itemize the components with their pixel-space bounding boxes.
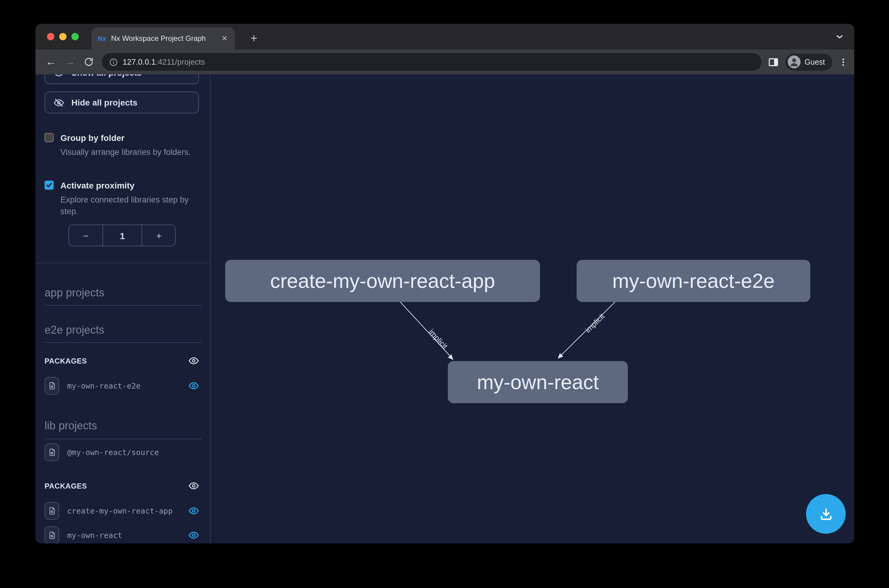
node-label: my-own-react-e2e — [612, 269, 775, 292]
graph-node-my-own-react-e2e[interactable]: my-own-react-e2e — [577, 260, 810, 302]
forward-button[interactable]: → — [60, 52, 79, 71]
tab-strip: Nx Nx Workspace Project Graph ✕ + — [35, 24, 854, 50]
url-text: 127.0.0.1:4211/projects — [123, 57, 205, 66]
project-details-icon[interactable] — [45, 377, 59, 394]
proximity-stepper: − 1 + — [68, 225, 176, 246]
browser-toolbar: ← → 127.0.0.1:4211/projects — [35, 50, 854, 74]
show-all-projects-label: Show all projects — [71, 74, 141, 78]
activate-proximity-label[interactable]: Activate proximity — [60, 179, 135, 192]
project-row-create-my-own-react-app[interactable]: create-my-own-react-app — [45, 502, 199, 520]
sidebar-divider — [35, 263, 210, 264]
activate-proximity-checkbox[interactable] — [45, 180, 54, 190]
e2e-projects-header: e2e projects — [45, 324, 202, 343]
proximity-value: 1 — [102, 225, 142, 246]
node-label: my-own-react — [477, 370, 599, 394]
packages-header-lib: PACKAGES — [45, 481, 199, 491]
close-window-button[interactable] — [47, 33, 54, 40]
proximity-increment-button[interactable]: + — [142, 225, 176, 246]
project-visibility-icon[interactable] — [189, 530, 199, 540]
tab-close-icon[interactable]: ✕ — [220, 33, 229, 43]
project-row-my-own-react-source[interactable]: @my-own-react/source — [45, 444, 199, 461]
edge-my-own-react-e2e-to-my-own-react: implicit — [558, 302, 615, 358]
group-by-folder-checkbox[interactable] — [45, 133, 54, 142]
project-details-icon[interactable] — [45, 444, 59, 461]
profile-label: Guest — [805, 58, 825, 66]
project-details-icon[interactable] — [45, 526, 59, 543]
lib-projects-header: lib projects — [45, 420, 202, 439]
download-icon — [818, 506, 834, 522]
minimize-window-button[interactable] — [59, 33, 66, 40]
project-row-my-own-react-e2e[interactable]: my-own-react-e2e — [45, 377, 199, 394]
project-name: my-own-react — [67, 531, 180, 540]
traffic-lights — [47, 33, 79, 40]
nx-graph-page: Show all projects Hide all projects Grou… — [35, 74, 854, 543]
toggle-all-visibility-icon[interactable] — [189, 356, 199, 366]
check-icon — [46, 182, 53, 189]
browser-window: Nx Nx Workspace Project Graph ✕ + ← → — [35, 24, 854, 543]
eye-icon — [54, 74, 64, 78]
info-icon[interactable] — [109, 58, 118, 66]
url-host: 127.0.0.1 — [123, 57, 156, 66]
tab-search-chevron-icon[interactable] — [835, 32, 844, 42]
graph-node-create-my-own-react-app[interactable]: create-my-own-react-app — [225, 260, 540, 302]
option-activate-proximity: Activate proximity Explore connected lib… — [45, 179, 197, 217]
show-all-projects-button[interactable]: Show all projects — [45, 74, 199, 84]
profile-button[interactable]: Guest — [785, 53, 832, 70]
hide-all-projects-label: Hide all projects — [71, 98, 137, 107]
screenshot-stage: Nx Nx Workspace Project Graph ✕ + ← → — [0, 0, 889, 588]
url-path: :4211/projects — [156, 57, 205, 66]
node-label: create-my-own-react-app — [270, 269, 495, 292]
project-name: @my-own-react/source — [67, 448, 199, 457]
project-row-my-own-react[interactable]: my-own-react — [45, 526, 199, 543]
tab-title: Nx Workspace Project Graph — [111, 34, 215, 43]
project-name: create-my-own-react-app — [67, 506, 180, 515]
url-bar[interactable]: 127.0.0.1:4211/projects — [102, 53, 761, 71]
eye-off-icon — [54, 97, 64, 108]
nx-favicon-icon: Nx — [98, 35, 106, 42]
hide-all-projects-button[interactable]: Hide all projects — [45, 92, 199, 114]
activate-proximity-description: Explore connected libraries step by step… — [60, 194, 197, 217]
browser-tab[interactable]: Nx Nx Workspace Project Graph ✕ — [92, 27, 235, 50]
app-projects-header: app projects — [45, 286, 202, 306]
maximize-window-button[interactable] — [71, 33, 79, 40]
sidebar: Show all projects Hide all projects Grou… — [35, 74, 210, 543]
packages-label: PACKAGES — [45, 357, 87, 365]
edge-create-my-own-react-app-to-my-own-react: implicit — [400, 302, 454, 360]
download-graph-button[interactable] — [806, 494, 846, 534]
project-visibility-icon[interactable] — [189, 381, 199, 391]
graph-node-my-own-react[interactable]: my-own-react — [448, 361, 628, 403]
option-group-by-folder: Group by folder Visually arrange librari… — [45, 132, 197, 158]
toolbar-right: Guest — [767, 53, 848, 70]
edge-label: implicit — [583, 312, 606, 334]
project-details-icon[interactable] — [45, 502, 59, 520]
new-tab-button[interactable]: + — [245, 30, 262, 47]
packages-header-e2e: PACKAGES — [45, 356, 199, 366]
packages-label: PACKAGES — [45, 482, 87, 490]
reload-button[interactable] — [79, 52, 98, 71]
project-name: my-own-react-e2e — [67, 381, 180, 390]
back-button[interactable]: ← — [42, 52, 60, 71]
proximity-decrement-button[interactable]: − — [69, 225, 102, 246]
sidebar-toggle-icon[interactable] — [767, 56, 779, 68]
group-by-folder-description: Visually arrange libraries by folders. — [60, 146, 197, 158]
browser-menu-icon[interactable] — [838, 56, 848, 68]
project-visibility-icon[interactable] — [189, 506, 199, 516]
edge-label: implicit — [427, 327, 449, 350]
group-by-folder-label[interactable]: Group by folder — [60, 132, 125, 144]
toggle-all-visibility-icon[interactable] — [189, 481, 199, 491]
avatar — [787, 56, 800, 68]
